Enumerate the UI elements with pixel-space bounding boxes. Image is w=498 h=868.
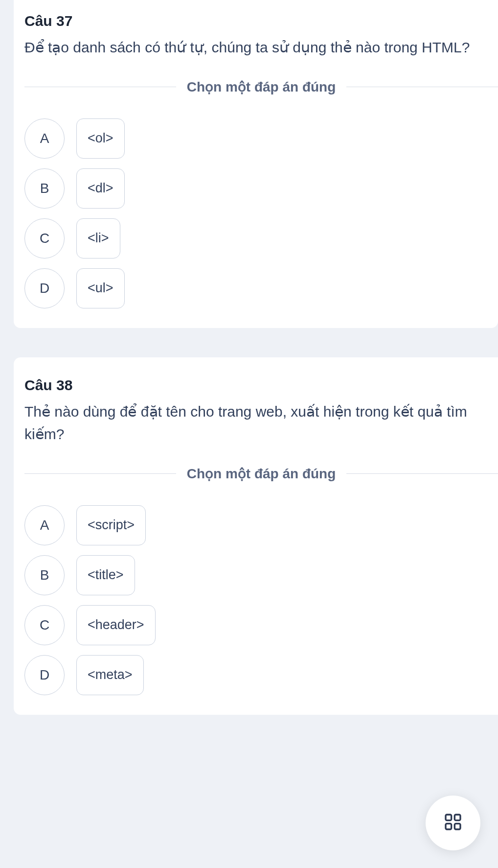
svg-rect-3 <box>454 823 460 829</box>
option-c[interactable]: C <header> <box>24 605 498 645</box>
question-title: Câu 38 <box>24 377 498 394</box>
option-d[interactable]: D <ul> <box>24 268 498 308</box>
option-letter: C <box>24 218 65 258</box>
option-letter: B <box>24 555 65 595</box>
option-letter: C <box>24 605 65 645</box>
option-label: <li> <box>76 218 120 258</box>
instruction-divider: Chọn một đáp án đúng <box>24 466 498 482</box>
option-letter: B <box>24 168 65 209</box>
instruction-divider: Chọn một đáp án đúng <box>24 79 498 95</box>
option-label: <title> <box>76 555 135 595</box>
option-label: <dl> <box>76 168 125 209</box>
instruction-text: Chọn một đáp án đúng <box>187 466 336 482</box>
option-label: <script> <box>76 505 146 545</box>
option-label: <ul> <box>76 268 125 308</box>
option-b[interactable]: B <title> <box>24 555 498 595</box>
svg-rect-0 <box>446 815 452 821</box>
divider-line <box>346 87 498 87</box>
option-letter: A <box>24 118 65 159</box>
divider-line <box>24 473 176 474</box>
divider-line <box>24 87 176 87</box>
svg-rect-2 <box>446 823 452 829</box>
option-a[interactable]: A <script> <box>24 505 498 545</box>
option-label: <ol> <box>76 118 125 159</box>
question-card: Câu 37 Để tạo danh sách có thứ tự, chúng… <box>14 0 498 328</box>
question-title: Câu 37 <box>24 13 498 29</box>
option-label: <header> <box>76 605 156 645</box>
option-letter: D <box>24 268 65 308</box>
svg-rect-1 <box>454 815 460 821</box>
option-label: <meta> <box>76 655 144 695</box>
option-c[interactable]: C <li> <box>24 218 498 258</box>
option-d[interactable]: D <meta> <box>24 655 498 695</box>
option-a[interactable]: A <ol> <box>24 118 498 159</box>
question-text: Thẻ nào dùng để đặt tên cho trang web, x… <box>24 400 498 446</box>
question-card: Câu 38 Thẻ nào dùng để đặt tên cho trang… <box>14 357 498 715</box>
instruction-text: Chọn một đáp án đúng <box>187 79 336 95</box>
options-list: A <script> B <title> C <header> D <meta> <box>24 505 498 695</box>
option-b[interactable]: B <dl> <box>24 168 498 209</box>
divider-line <box>346 473 498 474</box>
question-text: Để tạo danh sách có thứ tự, chúng ta sử … <box>24 36 498 59</box>
option-letter: D <box>24 655 65 695</box>
options-list: A <ol> B <dl> C <li> D <ul> <box>24 118 498 308</box>
grid-icon <box>443 812 463 834</box>
option-letter: A <box>24 505 65 545</box>
grid-menu-button[interactable] <box>426 796 480 850</box>
